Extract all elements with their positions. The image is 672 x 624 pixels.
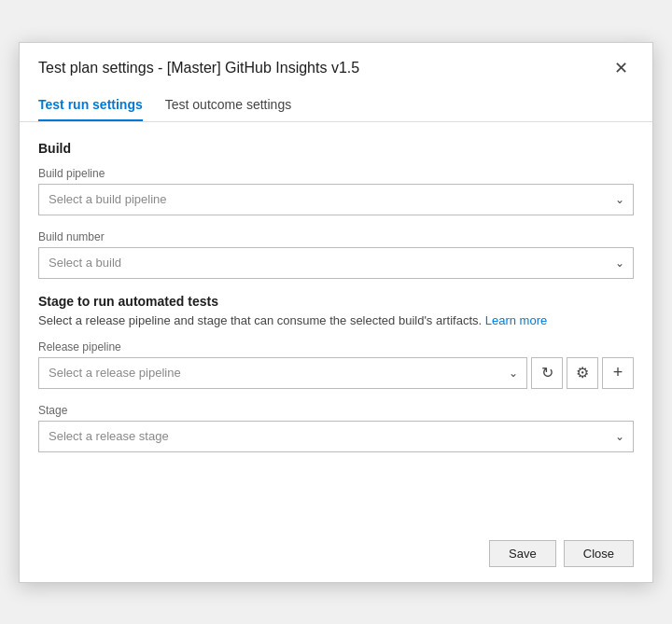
dialog-body: Build Build pipeline Select a build pipe… [20, 122, 652, 525]
release-pipeline-select[interactable]: Select a release pipeline [38, 357, 527, 389]
stage-section: Stage to run automated tests Select a re… [38, 294, 634, 452]
stage-section-desc-text: Select a release pipeline and stage that… [38, 313, 482, 327]
dialog-footer: Save Close [20, 525, 652, 582]
settings-button[interactable]: ⚙ [567, 357, 598, 389]
stage-section-desc: Select a release pipeline and stage that… [38, 312, 634, 329]
build-pipeline-select-wrapper: Select a build pipeline ⌄ [38, 184, 634, 215]
refresh-icon: ↻ [541, 364, 553, 381]
build-number-label: Build number [38, 230, 634, 243]
release-pipeline-select-wrapper: Select a release pipeline ⌄ [38, 357, 527, 389]
add-icon: + [613, 363, 623, 382]
close-button[interactable]: Close [564, 540, 634, 567]
gear-icon: ⚙ [576, 364, 589, 381]
dialog-title: Test plan settings - [Master] GitHub Ins… [38, 60, 359, 76]
tabs-bar: Test run settings Test outcome settings [20, 90, 652, 122]
build-section-title: Build [38, 141, 634, 156]
build-pipeline-label: Build pipeline [38, 167, 634, 180]
build-number-select-wrapper: Select a build ⌄ [38, 247, 634, 279]
stage-select[interactable]: Select a release stage [38, 421, 634, 452]
build-section: Build Build pipeline Select a build pipe… [38, 141, 634, 279]
learn-more-link[interactable]: Learn more [485, 313, 547, 327]
tab-test-run-settings[interactable]: Test run settings [38, 90, 143, 121]
tab-test-outcome-settings[interactable]: Test outcome settings [165, 90, 291, 121]
release-pipeline-row: Select a release pipeline ⌄ ↻ ⚙ + [38, 357, 634, 389]
stage-section-title: Stage to run automated tests [38, 294, 634, 309]
release-pipeline-label: Release pipeline [38, 340, 634, 354]
dialog: Test plan settings - [Master] GitHub Ins… [19, 42, 653, 583]
build-pipeline-select[interactable]: Select a build pipeline [38, 184, 634, 215]
dialog-header: Test plan settings - [Master] GitHub Ins… [20, 43, 652, 90]
add-button[interactable]: + [602, 357, 634, 389]
dialog-close-button[interactable]: ✕ [609, 58, 634, 78]
save-button[interactable]: Save [489, 540, 556, 567]
stage-label: Stage [38, 404, 634, 417]
stage-select-wrapper: Select a release stage ⌄ [38, 421, 634, 452]
refresh-button[interactable]: ↻ [531, 357, 563, 389]
build-number-select[interactable]: Select a build [38, 247, 634, 279]
